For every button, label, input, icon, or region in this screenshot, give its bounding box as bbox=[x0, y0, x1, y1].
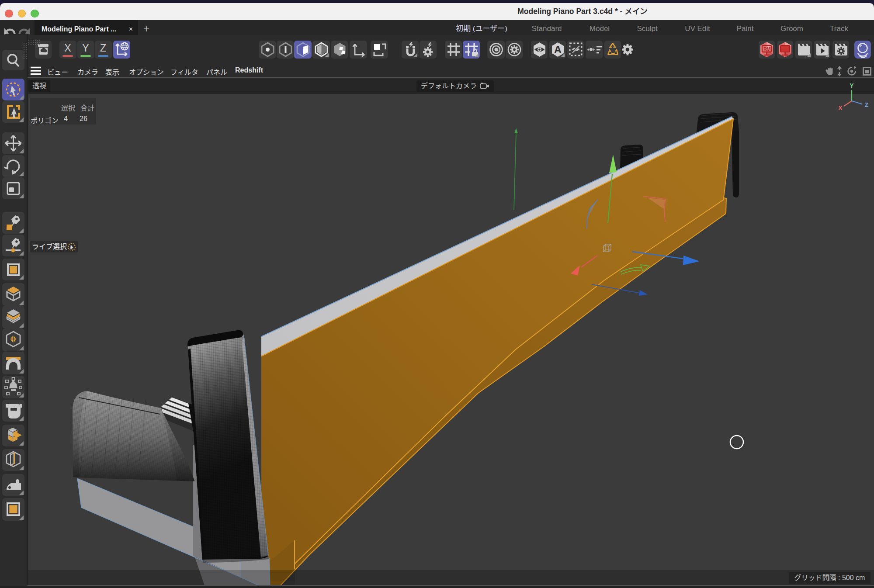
svg-text:Z: Z bbox=[100, 42, 106, 54]
svg-text:Y: Y bbox=[82, 42, 89, 54]
svg-text:X: X bbox=[838, 104, 843, 111]
svg-text:X: X bbox=[64, 42, 71, 54]
svg-text:Z: Z bbox=[865, 101, 869, 108]
svg-text:RV: RV bbox=[763, 46, 770, 52]
svg-text:A: A bbox=[554, 44, 561, 55]
svg-text:Y: Y bbox=[850, 82, 854, 89]
